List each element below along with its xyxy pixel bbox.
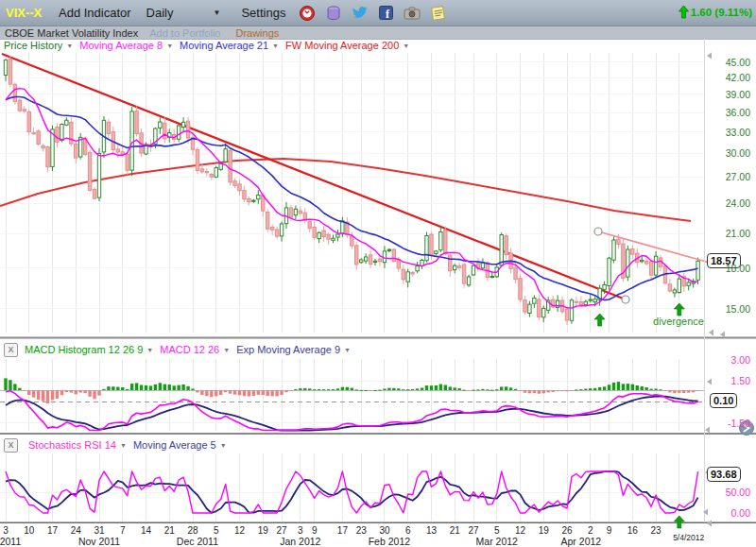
charting-app-window: VIX--X Add Indicator Daily ▼ Settings f <box>0 0 756 547</box>
x-axis-tick-label: 27 <box>468 525 478 536</box>
ma200-dropdown[interactable]: FW Moving Average 200 <box>285 40 399 51</box>
x-axis-tick-label: 12 <box>234 525 245 536</box>
x-axis-tick-label: 21 <box>450 525 460 536</box>
macd-axis-tick-label: -1.50 <box>707 418 750 429</box>
caret-icon[interactable]: ▼ <box>344 347 351 353</box>
settings-button[interactable]: Settings <box>241 6 285 20</box>
ma8-dropdown[interactable]: Moving Average 8 <box>79 40 163 51</box>
symbol-name: CBOE Market Volatility Index <box>5 27 138 39</box>
macd-histogram-dropdown[interactable]: MACD Histogram 12 26 9 <box>25 344 143 355</box>
x-axis-tick-label: 19 <box>258 525 268 536</box>
svg-text:f: f <box>386 8 390 21</box>
x-axis-tick-label: 27 <box>276 525 286 536</box>
x-axis-end-date-label: 5/4/2012 <box>673 533 704 542</box>
price-axis-tick-label: 30.00 <box>707 147 750 159</box>
x-axis-tick-label: 17 <box>337 525 348 536</box>
up-arrow-icon <box>679 6 689 19</box>
x-axis-tick-label: 28 <box>187 525 198 536</box>
caret-icon[interactable]: ▼ <box>223 347 230 353</box>
caret-icon[interactable]: ▼ <box>120 442 127 449</box>
x-axis-tick-label: 9 <box>607 525 612 536</box>
x-axis-tick-label: 16 <box>627 525 638 536</box>
x-axis-tick-label: 5 <box>494 525 500 536</box>
stoch-axis-tick-label: 50.00 <box>707 487 750 498</box>
x-axis-tick-label: 12 <box>515 525 525 536</box>
change-value: 1.60 (9.11%) <box>691 7 752 18</box>
drawings-link[interactable]: Drawings <box>235 27 279 39</box>
price-axis-tick-label: 36.00 <box>707 107 750 118</box>
x-axis-tick-label: 26 <box>561 525 572 536</box>
x-axis-month-label: Mar 2012 <box>476 536 518 547</box>
macd-axis-tick-label: 1.50 <box>707 375 750 386</box>
caret-icon[interactable]: ▼ <box>166 43 173 49</box>
x-axis-tick-label: 14 <box>141 525 151 536</box>
caret-icon[interactable]: ▼ <box>66 43 73 49</box>
price-change-indicator: 1.60 (9.11%) <box>679 6 752 19</box>
x-axis-month-label: Feb 2012 <box>369 536 410 547</box>
x-axis-tick-label: 19 <box>539 525 549 536</box>
x-axis-tick-label: 3 <box>298 525 303 536</box>
price-axis-tick-label: 42.00 <box>707 72 750 83</box>
macd-axis-tick-label: 3.00 <box>707 354 750 366</box>
price-pane-legend: Price History▼ Moving Average 8▼ Moving … <box>4 40 416 51</box>
price-axis-tick-label: 33.00 <box>707 127 750 138</box>
x-axis-tick-label: 21 <box>164 525 175 536</box>
divergence-annotation: divergence <box>645 316 712 327</box>
caret-icon[interactable]: ▼ <box>146 347 153 353</box>
x-axis-tick-label: 24 <box>71 525 81 536</box>
price-axis-tick-label: 27.00 <box>707 171 750 182</box>
x-axis-tick-label: 10 <box>24 525 34 536</box>
x-axis-tick-label: 13 <box>426 525 437 536</box>
x-axis-month-label: Dec 2011 <box>177 536 218 547</box>
x-axis-month-label: 2011 <box>0 536 21 547</box>
x-axis-tick-label: 23 <box>650 525 661 536</box>
period-dropdown[interactable]: Daily <box>146 6 174 20</box>
symbol-input[interactable]: VIX--X <box>6 6 47 20</box>
add-indicator-button[interactable]: Add Indicator <box>59 6 131 20</box>
database-icon[interactable] <box>326 5 341 22</box>
x-axis-tick-label: 9 <box>312 525 318 536</box>
x-axis-month-label: Jan 2012 <box>280 536 320 547</box>
x-axis-tick-label: 5 <box>214 525 219 536</box>
x-axis-month-label: Apr 2012 <box>561 536 602 547</box>
x-axis-month-label: Nov 2011 <box>78 536 120 547</box>
toolbar-icons: f <box>299 5 445 22</box>
camera-icon[interactable] <box>404 7 421 20</box>
price-axis-tick-label: 18.00 <box>707 263 750 274</box>
x-axis-tick-label: 3 <box>3 525 9 536</box>
x-axis-tick-label: 30 <box>379 525 389 536</box>
stoch-value-label: 93.68 <box>707 467 741 482</box>
x-axis-tick-label: 6 <box>405 525 411 536</box>
price-axis-tick-label: 21.00 <box>707 228 750 239</box>
twitter-icon[interactable] <box>352 6 369 21</box>
macd-pane-close-button[interactable]: X <box>4 343 18 357</box>
stoch-axis-tick-label: 0.00 <box>707 507 750 519</box>
price-history-dropdown[interactable]: Price History <box>4 40 62 51</box>
x-axis-tick-label: 2 <box>588 525 593 536</box>
macd-pane-legend: MACD Histogram 12 26 9▼ MACD 12 26▼ Exp … <box>25 344 357 355</box>
macd-dropdown[interactable]: MACD 12 26 <box>160 344 219 355</box>
stoch-pane-legend: Stochastics RSI 14▼ Moving Average 5▼ <box>28 439 233 451</box>
price-axis-tick-label: 24.00 <box>707 197 750 209</box>
price-axis-tick-label: 45.00 <box>707 57 750 68</box>
notes-icon[interactable] <box>431 6 445 21</box>
stoch-ma5-dropdown[interactable]: Moving Average 5 <box>133 439 216 451</box>
caret-icon[interactable]: ▼ <box>403 43 409 49</box>
stoch-pane-close-button[interactable]: X <box>4 438 18 453</box>
x-axis-tick-label: 31 <box>94 525 104 536</box>
price-axis-tick-label: 15.00 <box>707 303 750 315</box>
alerts-clock-icon[interactable] <box>299 5 316 22</box>
x-axis-tick-label: 7 <box>120 525 126 536</box>
caret-icon[interactable]: ▼ <box>272 43 279 49</box>
stoch-rsi-dropdown[interactable]: Stochastics RSI 14 <box>28 439 116 451</box>
add-to-portfolio-link[interactable]: Add to Portfolio <box>149 27 220 39</box>
macd-value-label: 0.10 <box>710 393 737 408</box>
x-axis-tick-label: 17 <box>47 525 58 536</box>
ma21-dropdown[interactable]: Moving Average 21 <box>180 40 268 51</box>
macd-signal-dropdown[interactable]: Exp Moving Average 9 <box>236 344 340 355</box>
caret-icon[interactable]: ▼ <box>220 442 227 449</box>
price-axis-tick-label: 39.00 <box>707 89 750 100</box>
chart-canvas <box>0 0 756 547</box>
period-dropdown-caret-icon[interactable]: ▼ <box>214 9 221 17</box>
facebook-icon[interactable]: f <box>379 6 393 20</box>
